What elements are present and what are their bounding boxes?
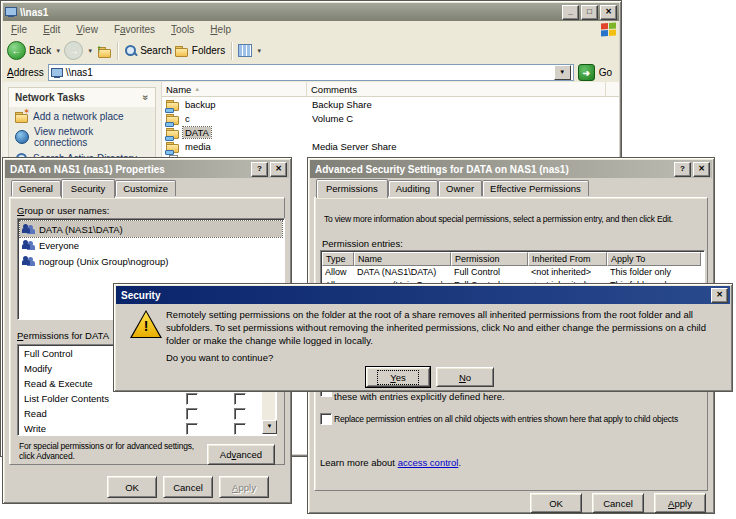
file-row[interactable]: backup Backup Share: [166, 98, 218, 111]
explorer-titlebar[interactable]: \\nas1 _ □ ✕: [3, 3, 619, 21]
tab-security[interactable]: Security: [61, 179, 115, 198]
permission-row[interactable]: Write: [18, 422, 276, 437]
file-row-selected[interactable]: DATA: [166, 126, 211, 139]
minimize-button[interactable]: _: [562, 5, 579, 20]
column-type[interactable]: Type: [322, 252, 354, 266]
tab-customize[interactable]: Customize: [115, 180, 176, 196]
yes-button[interactable]: Yes: [366, 367, 430, 387]
network-connections-icon: [15, 130, 29, 144]
group-item[interactable]: nogroup (Unix Group\nogroup): [20, 253, 282, 269]
close-button[interactable]: ✕: [693, 162, 710, 177]
apply-button[interactable]: Apply: [219, 476, 269, 498]
table-header: Type Name Permission Inherited From Appl…: [322, 252, 703, 266]
menu-tools[interactable]: Tools: [163, 24, 202, 35]
inherit-permissions-label-line2: these with entries explicitly defined he…: [334, 391, 505, 402]
address-dropdown-icon[interactable]: ▼: [554, 65, 571, 80]
go-icon[interactable]: ➜: [578, 64, 595, 81]
tab-owner[interactable]: Owner: [438, 180, 482, 196]
deny-checkbox[interactable]: [234, 408, 246, 420]
column-comments[interactable]: Comments: [307, 82, 606, 96]
folders-label[interactable]: Folders: [192, 45, 225, 56]
maximize-button[interactable]: □: [581, 5, 598, 20]
ok-button[interactable]: OK: [530, 493, 582, 513]
tab-auditing[interactable]: Auditing: [388, 180, 438, 196]
deny-checkbox[interactable]: [234, 393, 246, 405]
column-permission[interactable]: Permission: [451, 252, 528, 266]
address-computer-icon: [51, 68, 63, 78]
up-folder-icon[interactable]: ↑: [96, 44, 111, 57]
advanced-tabs: Permissions Auditing Owner Effective Per…: [316, 180, 589, 196]
replace-permissions-checkbox[interactable]: [320, 413, 332, 425]
security-message: Remotely setting permissions on the fold…: [166, 308, 722, 347]
scroll-down-icon[interactable]: ▼: [262, 420, 277, 434]
cancel-button[interactable]: Cancel: [592, 493, 644, 513]
menu-edit[interactable]: Edit: [35, 24, 68, 35]
advanced-title: Advanced Security Settings for DATA on N…: [312, 164, 672, 175]
close-button[interactable]: ✕: [711, 288, 728, 303]
user-group-icon: [22, 224, 35, 235]
cancel-button[interactable]: Cancel: [163, 476, 213, 498]
menu-file[interactable]: File: [3, 24, 35, 35]
permission-row[interactable]: List Folder Contents: [18, 392, 276, 407]
views-icon[interactable]: [238, 44, 252, 57]
security-titlebar[interactable]: Security ✕: [116, 286, 730, 304]
file-row[interactable]: c Volume C: [166, 112, 192, 125]
address-field[interactable]: \\nas1 ▼: [48, 64, 574, 81]
shared-folder-icon: [166, 114, 179, 124]
menu-favorites[interactable]: Favorites: [106, 24, 163, 35]
access-control-link[interactable]: access control: [398, 457, 459, 468]
permission-row[interactable]: Read: [18, 407, 276, 422]
allow-checkbox[interactable]: [186, 393, 198, 405]
collapse-chevron-icon[interactable]: »: [141, 95, 152, 101]
toolbar-separator: [231, 42, 232, 60]
go-label[interactable]: Go: [599, 67, 612, 78]
close-button[interactable]: ✕: [600, 5, 617, 20]
advanced-titlebar[interactable]: Advanced Security Settings for DATA on N…: [310, 160, 712, 178]
address-value[interactable]: \\nas1: [66, 67, 93, 78]
tab-general[interactable]: General: [11, 180, 61, 196]
column-apply-to[interactable]: Apply To: [607, 252, 701, 266]
folders-icon[interactable]: [175, 46, 189, 56]
column-inherited-from[interactable]: Inherited From: [528, 252, 607, 266]
permissions-label: Permissions for DATA: [17, 330, 109, 341]
search-label[interactable]: Search: [140, 45, 172, 56]
forward-icon[interactable]: →: [64, 41, 83, 60]
advanced-note: For special permissions or for advanced …: [19, 441, 207, 461]
search-icon[interactable]: [124, 44, 137, 57]
back-icon[interactable]: ←: [7, 41, 26, 60]
learn-more-text: Learn more about access control.: [320, 457, 461, 468]
menu-help[interactable]: Help: [202, 24, 239, 35]
column-name[interactable]: Name ▲: [162, 82, 307, 96]
group-item-selected[interactable]: DATA (NAS1\DATA): [20, 221, 282, 237]
column-name[interactable]: Name: [354, 252, 451, 266]
group-item[interactable]: Everyone: [20, 237, 282, 253]
task-view-network-connections[interactable]: View network connections: [9, 122, 155, 148]
shared-folder-icon: [166, 142, 179, 152]
advanced-button[interactable]: Advanced: [207, 444, 275, 465]
permission-entry-row[interactable]: Allow DATA (NAS1\DATA) Full Control <not…: [322, 266, 703, 279]
menu-view[interactable]: View: [68, 24, 106, 35]
ok-button[interactable]: OK: [107, 476, 157, 498]
forward-dropdown-icon[interactable]: ▼: [87, 48, 93, 54]
back-label[interactable]: Back: [29, 45, 51, 56]
task-add-network-place[interactable]: Add a network place: [9, 107, 155, 122]
no-button[interactable]: No: [436, 367, 494, 387]
file-row[interactable]: media Media Server Share: [166, 140, 213, 153]
network-tasks-header[interactable]: Network Tasks »: [9, 88, 155, 107]
group-names-label: Group or user names:: [17, 205, 109, 216]
help-button[interactable]: ?: [674, 162, 691, 177]
back-dropdown-icon[interactable]: ▼: [55, 48, 61, 54]
views-dropdown-icon[interactable]: ▼: [256, 48, 262, 54]
toolbar-separator: [117, 42, 118, 60]
close-button[interactable]: ✕: [270, 162, 287, 177]
menu-bar: File Edit View Favorites Tools Help: [3, 21, 619, 39]
deny-checkbox[interactable]: [234, 423, 246, 435]
address-label: Address: [7, 67, 44, 78]
help-button[interactable]: ?: [251, 162, 268, 177]
apply-button[interactable]: Apply: [654, 493, 706, 513]
tab-permissions[interactable]: Permissions: [316, 179, 388, 198]
tab-effective-permissions[interactable]: Effective Permissions: [482, 180, 589, 196]
allow-checkbox[interactable]: [186, 408, 198, 420]
allow-checkbox[interactable]: [186, 423, 198, 435]
properties-titlebar[interactable]: DATA on NAS1 (nas1) Properties ? ✕: [5, 160, 289, 178]
